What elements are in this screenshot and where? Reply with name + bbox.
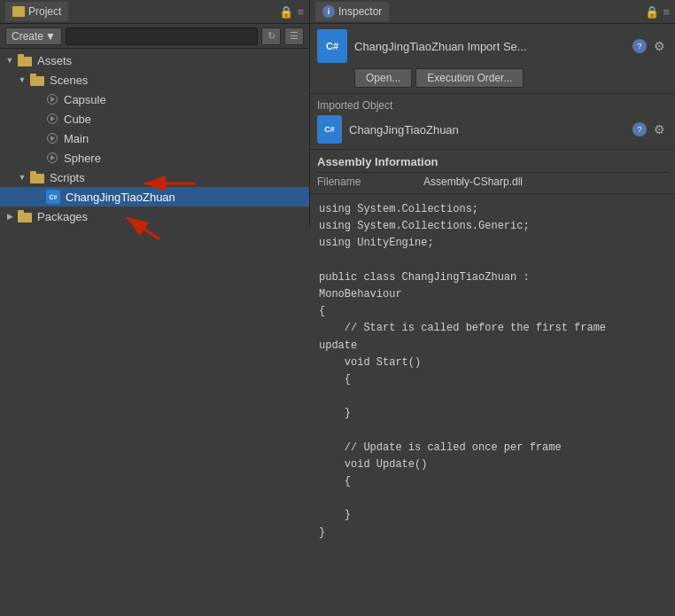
project-panel-header: Project 🔒 ≡ [0,0,309,24]
assets-folder-icon [18,54,32,66]
assembly-filename-label: Filename [317,175,423,188]
sphere-scene-icon [46,152,58,164]
inspector-lock-icon: 🔒 [645,5,659,19]
open-button[interactable]: Open... [354,68,412,88]
inspector-tab-label: Inspector [338,5,382,18]
inspector-menu-icon: ≡ [663,5,670,19]
tree-scenes[interactable]: ▼ Scenes [0,70,309,90]
tree-packages[interactable]: ▶ Packages [0,207,309,226]
cs-icon-large: C# [317,29,347,63]
search-input[interactable] [66,27,258,45]
cube-scene-icon [46,113,58,125]
capsule-scene-icon [46,93,58,105]
assembly-filename-value: Assembly-CSharp.dll [423,175,523,188]
assets-toggle: ▼ [4,54,16,66]
scenes-folder-icon [30,74,44,86]
packages-label: Packages [37,210,88,223]
tree-changjing[interactable]: ▶ C# ChangJingTiaoZhuan [0,187,309,207]
code-section: using System.Collections; using System.C… [310,194,675,616]
changjing-cs-icon: C# [46,190,60,204]
tree-cube[interactable]: ▶ Cube [0,109,309,129]
imported-object-label: Imported Object [317,99,668,112]
lock-icon: 🔒 [279,5,293,19]
assembly-row: Filename Assembly-CSharp.dll [317,172,668,193]
inspector-tab[interactable]: i Inspector [315,2,389,21]
inspector-file-section: C# ChangJingTiaoZhuan Import Se... ? ⚙ O… [310,24,675,94]
assembly-info-title: Assembly Information [317,155,668,168]
packages-toggle: ▶ [4,210,16,222]
capsule-label: Capsule [64,93,106,106]
imported-file-row: C# ChangJingTiaoZhuan ? ⚙ [317,115,668,144]
tree-assets[interactable]: ▼ Assets [0,51,309,70]
create-button[interactable]: Create ▼ [5,27,62,45]
scripts-folder-icon [30,171,44,183]
panel-menu-icon: ≡ [297,5,304,19]
tree-capsule[interactable]: ▶ Capsule [0,90,309,109]
folder-tab-icon [12,6,25,17]
action-buttons: Open... Execution Order... [317,68,668,88]
inspector-panel: i Inspector 🔒 ≡ C# ChangJingTiaoZhuan Im… [310,0,675,616]
info-icon: i [322,5,335,18]
filter-icon-button[interactable]: ☰ [284,27,304,45]
assembly-section: Assembly Information Filename Assembly-C… [310,150,675,194]
cube-label: Cube [64,113,91,126]
help-icon[interactable]: ? [632,39,647,53]
main-label: Main [64,132,89,145]
scripts-label: Scripts [50,171,85,184]
project-tab-label: Project [28,5,61,18]
imported-file-name: ChangJingTiaoZhuan [349,123,625,136]
dropdown-arrow: ▼ [45,30,56,43]
imported-object-section: Imported Object C# ChangJingTiaoZhuan ? … [310,94,675,150]
file-tree: ▼ Assets ▼ Scenes [0,49,309,228]
execution-order-button[interactable]: Execution Order... [415,68,524,88]
file-name: ChangJingTiaoZhuan Import Se... [354,40,625,53]
tree-main[interactable]: ▶ Main [0,129,309,148]
changjing-label: ChangJingTiaoZhuan [66,191,175,204]
imported-gear-icon[interactable]: ⚙ [654,122,668,136]
packages-folder-icon [18,210,32,222]
file-title-row: C# ChangJingTiaoZhuan Import Se... ? ⚙ [317,29,668,63]
tree-sphere[interactable]: ▶ Sphere [0,148,309,168]
assets-label: Assets [37,54,72,67]
tree-scripts[interactable]: ▼ Scripts [0,168,309,187]
gear-icon[interactable]: ⚙ [654,39,668,53]
project-tab[interactable]: Project [5,2,68,21]
imported-cs-icon: C# [317,115,342,144]
main-scene-icon [46,132,58,144]
project-toolbar: Create ▼ ↻ ☰ [0,24,309,49]
scripts-toggle: ▼ [16,171,28,183]
imported-help-icon[interactable]: ? [632,122,647,136]
inspector-header: i Inspector 🔒 ≡ [310,0,675,24]
sync-icon-button[interactable]: ↻ [261,27,281,45]
scenes-toggle: ▼ [16,74,28,86]
sphere-label: Sphere [64,152,101,165]
scenes-label: Scenes [50,74,88,87]
